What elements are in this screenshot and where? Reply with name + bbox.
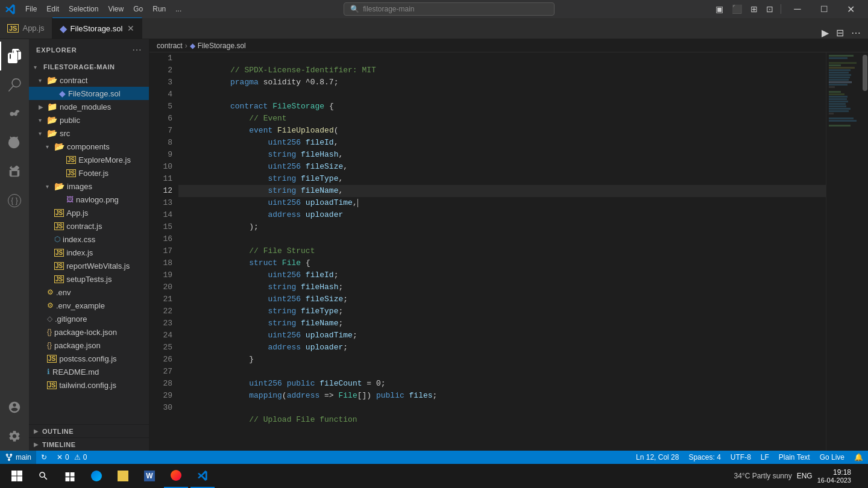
- tree-navlogo-png[interactable]: 🖼 navlogo.png: [29, 193, 149, 206]
- tree-readme-md[interactable]: ℹ README.md: [29, 365, 149, 378]
- tree-src[interactable]: ▾ 📂 src: [29, 127, 149, 140]
- spaces-label: Spaces: 4: [688, 453, 720, 461]
- env-example-icon: ⚙: [47, 301, 54, 310]
- bell-icon: 🔔: [854, 453, 863, 461]
- tree-setuptests-js[interactable]: JS setupTests.js: [29, 272, 149, 286]
- minimap[interactable]: [826, 52, 862, 451]
- taskbar-vscode-button[interactable]: [190, 464, 215, 488]
- tree-components[interactable]: ▾ 📂 components: [29, 140, 149, 153]
- tree-reportwebvitals-js[interactable]: JS reportWebVitals.js: [29, 259, 149, 272]
- activity-search[interactable]: [0, 70, 29, 99]
- spaces-item[interactable]: Spaces: 4: [684, 451, 725, 464]
- tab-filestorage-sol[interactable]: ◆ FileStorage.sol ✕: [52, 17, 143, 39]
- tree-index-css[interactable]: ⬡ index.css: [29, 233, 149, 246]
- taskbar-word-button[interactable]: W: [137, 464, 162, 488]
- menu-file[interactable]: File: [20, 4, 42, 14]
- tab-app-js[interactable]: JS App.js: [0, 17, 52, 39]
- account-icon: [8, 401, 21, 414]
- scrollbar-thumb[interactable]: [863, 55, 867, 91]
- notification-item[interactable]: 🔔: [849, 451, 868, 464]
- search-icon: 🔍: [350, 5, 359, 13]
- sync-item[interactable]: ↻: [36, 451, 52, 464]
- tree-tailwind-js[interactable]: JS tailwind.config.js: [29, 378, 149, 392]
- taskbar-edge-button[interactable]: [84, 464, 108, 488]
- tree-contract-folder[interactable]: ▾ 📂 contract: [29, 74, 149, 87]
- encoding-item[interactable]: UTF-8: [726, 451, 756, 464]
- taskbar-firefox-button[interactable]: [164, 464, 188, 488]
- tree-package-json[interactable]: {} package.json: [29, 339, 149, 352]
- menu-more[interactable]: ...: [171, 4, 186, 14]
- line-ending-item[interactable]: LF: [756, 451, 774, 464]
- activity-explorer[interactable]: [0, 42, 29, 70]
- language-item[interactable]: Plain Text: [774, 451, 815, 464]
- tree-node-modules[interactable]: ▶ 📁 node_modules: [29, 100, 149, 113]
- errors-item[interactable]: ✕ 0 ⚠ 0: [52, 451, 92, 464]
- activity-settings[interactable]: [0, 422, 29, 451]
- sidebar-toggle-icon[interactable]: ▣: [712, 4, 727, 14]
- taskbar-explorer-button[interactable]: [111, 464, 135, 488]
- package-json-label: package.json: [54, 341, 101, 350]
- menu-edit[interactable]: Edit: [42, 4, 64, 14]
- minimize-button[interactable]: ─: [785, 0, 810, 18]
- position-item[interactable]: Ln 12, Col 28: [631, 451, 684, 464]
- close-button[interactable]: ✕: [838, 0, 863, 18]
- js-icon-report: JS: [54, 262, 64, 270]
- tree-postcss-js[interactable]: JS postcss.config.js: [29, 352, 149, 365]
- more-actions-icon[interactable]: ⋯: [849, 27, 863, 39]
- activity-source-control[interactable]: [0, 99, 29, 128]
- outline-section[interactable]: ▶ OUTLINE: [29, 424, 149, 437]
- breadcrumb-filestorage[interactable]: FileStorage.sol: [198, 42, 246, 50]
- menu-run[interactable]: Run: [148, 4, 171, 14]
- show-desktop-button[interactable]: [858, 464, 863, 488]
- taskbar-task-view-button[interactable]: [58, 464, 82, 488]
- run-file-icon[interactable]: ▶: [819, 27, 831, 39]
- tree-footer-js[interactable]: JS Footer.js: [29, 166, 149, 180]
- customize-layout-icon[interactable]: ⊡: [763, 4, 777, 14]
- js-file-icon: JS: [66, 156, 76, 164]
- tree-public[interactable]: ▾ 📂 public: [29, 113, 149, 127]
- components-folder-icon: 📂: [54, 142, 64, 151]
- vscode-logo-icon: [5, 4, 16, 14]
- vertical-scrollbar[interactable]: [862, 52, 868, 451]
- tree-gitignore[interactable]: ◇ .gitignore: [29, 312, 149, 325]
- breadcrumb-contract[interactable]: contract: [157, 42, 183, 50]
- tree-contract-js[interactable]: JS contract.js: [29, 219, 149, 233]
- windows-start-button[interactable]: [5, 464, 29, 488]
- activity-extensions[interactable]: [0, 157, 29, 186]
- menu-selection[interactable]: Selection: [64, 4, 103, 14]
- tree-exploremore-js[interactable]: JS ExploreMore.js: [29, 153, 149, 166]
- file-explorer-icon: [118, 471, 128, 481]
- cursor: [357, 199, 358, 207]
- activity-run-debug[interactable]: [0, 128, 29, 157]
- activity-account[interactable]: [0, 393, 29, 422]
- taskbar-search-button[interactable]: [31, 464, 55, 488]
- code-editor[interactable]: // SPDX-License-Identifier: MIT pragma s…: [178, 52, 826, 451]
- clock[interactable]: 19:18 16-04-2023: [817, 468, 851, 484]
- tree-filestorage-sol[interactable]: ◆ FileStorage.sol: [29, 87, 149, 100]
- activity-remote[interactable]: { }: [0, 186, 29, 215]
- tree-images[interactable]: ▾ 📂 images: [29, 180, 149, 193]
- golive-item[interactable]: Go Live: [815, 451, 849, 464]
- tree-env-example[interactable]: ⚙ .env_example: [29, 299, 149, 312]
- split-editor-icon[interactable]: ⊟: [834, 27, 846, 39]
- json-icon: { }: [8, 194, 21, 207]
- timeline-section[interactable]: ▶ TIMELINE: [29, 437, 149, 451]
- sidebar-more-icon[interactable]: ⋯: [132, 44, 142, 55]
- git-branch-item[interactable]: main: [0, 451, 36, 464]
- tree-package-lock-json[interactable]: {} package-lock.json: [29, 325, 149, 339]
- sidebar-root[interactable]: ▾ FILESTORAGE-MAIN: [29, 60, 149, 74]
- tree-index-js[interactable]: JS index.js: [29, 246, 149, 259]
- code-line-15: [178, 221, 826, 233]
- layout-icon[interactable]: ⊞: [747, 4, 761, 14]
- panel-toggle-icon[interactable]: ⬛: [728, 4, 746, 14]
- maximize-button[interactable]: ☐: [811, 0, 837, 18]
- env-label: .env: [56, 288, 71, 297]
- menu-go[interactable]: Go: [128, 4, 148, 14]
- tab-close-icon[interactable]: ✕: [127, 23, 134, 33]
- search-text: filestorage-main: [363, 5, 414, 13]
- ln-20: 20: [149, 281, 172, 293]
- search-bar[interactable]: 🔍 filestorage-main: [344, 2, 555, 16]
- menu-view[interactable]: View: [103, 4, 128, 14]
- tree-env[interactable]: ⚙ .env: [29, 286, 149, 299]
- tree-app-js[interactable]: JS App.js: [29, 206, 149, 219]
